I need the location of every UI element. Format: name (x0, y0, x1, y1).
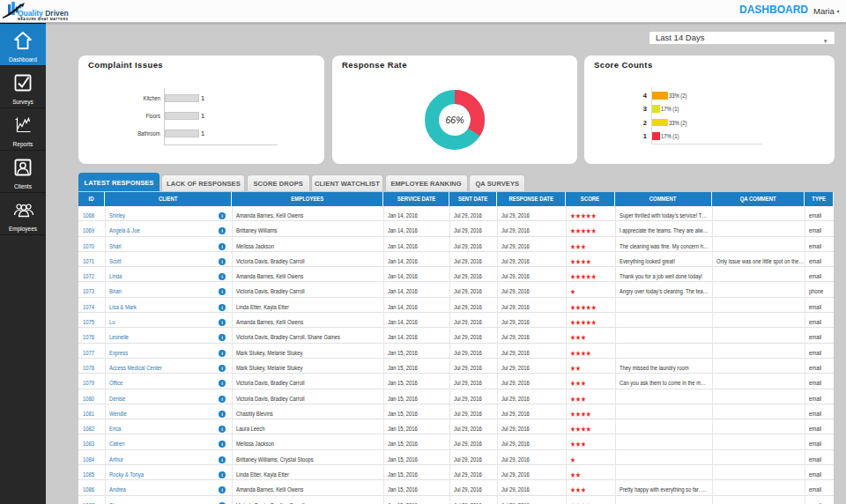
svg-text:66%: 66% (445, 115, 464, 125)
